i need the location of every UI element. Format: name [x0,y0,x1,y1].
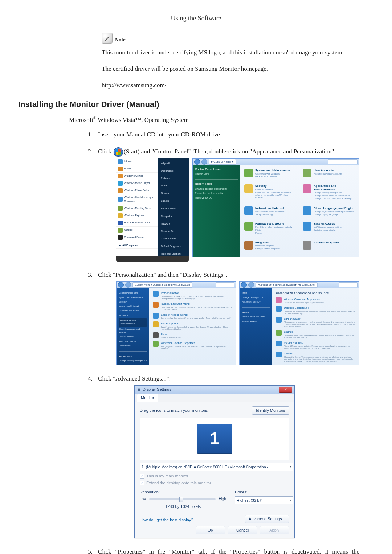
ok-button[interactable]: OK [196,526,225,534]
start-menu-right-item[interactable]: Recent Items [160,205,187,213]
start-menu-right-item[interactable]: Music [160,182,187,190]
cancel-button[interactable]: Cancel [228,526,257,534]
panel-b-item[interactable]: Mouse PointersPick a different mouse poi… [276,341,355,349]
sidebar-recent-item[interactable]: Change desktop background [195,187,238,191]
sidebar-recent-item[interactable]: Remove an OS [195,196,238,200]
sidebar-classic-view[interactable]: Classic View [195,172,238,176]
note-icon [102,33,113,44]
close-button[interactable]: ✕ [279,387,292,393]
control-panel-category[interactable]: Network and InternetView network status … [244,206,296,218]
panel-b-toolbar: Appearance and Personalization ▸ Persona… [240,282,359,288]
panel-a-sidebar-item[interactable]: Classic View [119,344,147,348]
all-programs-item[interactable]: ▸ All Programs [116,242,158,249]
panel-a-item[interactable]: Windows Sidebar PropertiesAdd gadgets to… [153,341,232,350]
sidebar-see-also-head: See also [242,311,270,314]
control-panel-category[interactable]: User AccountsAdd or remove user accounts [303,169,355,181]
panel-a-sidebar-item[interactable]: Programs [119,314,147,317]
monitor-arrangement-area[interactable]: 1 [140,418,289,460]
panel-a-sidebar-item[interactable]: Security [119,300,147,304]
search-input[interactable] [339,282,358,287]
monitor-select[interactable]: 1. (Multiple Monitors) on NVIDIA GeForce… [140,463,293,471]
start-menu-right-item[interactable]: Help and Support [160,250,187,258]
control-panel-category[interactable]: Ease of AccessLet Windows suggest settin… [303,222,355,237]
start-menu-item[interactable]: Welcome Center [116,173,158,180]
identify-monitors-button[interactable]: Identify Monitors [252,406,289,415]
chevron-down-icon: ▾ [290,465,291,469]
panel-a-sidebar-item[interactable]: Hardware and Sound [119,309,147,312]
start-menu-right-item[interactable]: Search [160,197,187,205]
breadcrumb[interactable]: ▸ Control Panel ▸ [209,159,236,165]
colors-select[interactable]: Highest (32 bit)▾ [235,496,293,504]
panel-b-see-also-item[interactable]: Taskbar and Start Menu [242,315,270,319]
control-panel-category[interactable]: Hardware and SoundPlay CDs or other medi… [244,222,296,237]
start-menu-right-item[interactable]: willy-will [160,160,187,167]
control-panel-category[interactable]: ProgramsUninstall a programChange startu… [244,241,296,253]
start-menu-item[interactable]: Internet [116,158,158,165]
step-5: Click "Properties" in the "Monitor" tab.… [80,547,359,554]
start-menu-item[interactable]: E-mail [116,165,158,173]
resolution-slider[interactable]: Low High [140,496,226,502]
start-menu-right-item[interactable]: Documents [160,167,187,175]
breadcrumb[interactable]: Appearance and Personalization ▸ Persona… [256,282,318,288]
panel-a-recent-item[interactable]: Change desktop background [119,359,147,362]
sidebar-head: Control Panel Home [195,167,238,172]
start-menu-item[interactable]: Adobe Photoshop CS2 [116,219,158,227]
start-menu-item[interactable]: Notefile [116,227,158,234]
start-menu-item[interactable]: Windows Media Player [116,180,158,187]
back-button[interactable] [241,282,247,288]
start-menu-right-item[interactable]: Control Panel [160,235,187,243]
start-menu-item[interactable]: Windows Live Messenger Download [116,194,158,205]
control-panel-category[interactable]: System and MaintenanceGet started with W… [244,169,296,181]
start-menu-right-item[interactable]: Network [160,220,187,228]
panel-a-sidebar-item[interactable]: Clock, Language, and Region [119,328,147,335]
panel-b-item[interactable]: ThemeChange the theme. Themes can change… [276,352,355,362]
forward-button[interactable] [125,282,131,288]
panel-a-item[interactable]: FontsInstall or remove a font [153,332,232,339]
forward-button[interactable] [248,282,254,288]
panel-a-recent-item[interactable]: Pick color or other media [119,364,147,366]
start-menu-right-item[interactable]: Connect To [160,228,187,235]
panel-a-item[interactable]: Ease of Access CenterAccommodate low vis… [153,313,232,319]
panel-b-sidebar-item[interactable]: Change desktop icons [242,296,270,299]
start-menu-item[interactable]: Windows Photo Gallery [116,187,158,194]
panel-a-sidebar-item[interactable]: Appearance and Personalization [119,318,147,327]
section-title: Installing the Monitor Driver (Manual) [18,100,374,109]
panel-a-item[interactable]: Folder OptionsSpecify single- or double-… [153,321,232,330]
advanced-settings-button[interactable]: Advanced Settings... [245,515,289,523]
panel-a-sidebar-item[interactable]: Additional Options [119,340,147,343]
start-menu-right-item[interactable]: Pictures [160,175,187,182]
monitor-1-icon[interactable]: 1 [197,424,232,454]
panel-b-item[interactable]: Screen SaverChange your screen saver or … [276,317,355,328]
panel-a-sidebar-item[interactable]: System and Maintenance [119,296,147,299]
control-panel-category[interactable]: Clock, Language, and RegionChange keyboa… [303,206,355,218]
sidebar-recent-item[interactable]: Pick color or other media [195,192,238,196]
start-menu-item[interactable]: Command Prompt [116,234,158,241]
back-button[interactable] [118,282,124,288]
control-panel-category[interactable]: Appearance and PersonalizationChange des… [303,184,355,203]
start-menu-item[interactable]: Windows Explorer [116,212,158,219]
forward-button[interactable] [201,159,207,165]
panel-a-sidebar-item[interactable]: Ease of Access [119,335,147,338]
tab-monitor[interactable]: Monitor [137,394,158,402]
search-input[interactable] [216,282,234,287]
back-button[interactable] [194,159,200,165]
panel-a-item[interactable]: Taskbar and Start MenuCustomize the Star… [153,302,232,311]
panel-b-sidebar-item[interactable]: Adjust font size (DPI) [242,300,270,304]
panel-b-see-also-item[interactable]: Ease of Access [242,320,270,323]
panel-b-item[interactable]: SoundsChange which sounds are heard when… [276,330,355,338]
best-display-link[interactable]: How do I get the best display? [140,517,193,523]
panel-a-item[interactable]: PersonalizationChange desktop background… [153,291,232,300]
start-menu-right-item[interactable]: Computer [160,213,187,220]
panel-b-item[interactable]: Desktop BackgroundChoose from available … [276,306,355,315]
panel-b-item[interactable]: Display SettingsAdjust your monitor reso… [276,365,355,365]
control-panel-category[interactable]: Additional Options [303,241,355,253]
breadcrumb[interactable]: Control Panel ▸ Appearance and Personali… [132,282,192,288]
start-menu-item[interactable]: Windows Meeting Space [116,205,158,212]
panel-a-sidebar-item[interactable]: Network and Internet [119,305,147,308]
start-menu-right-item[interactable]: Games [160,190,187,197]
panel-a-sidebar-item[interactable]: Control Panel Home [119,291,147,295]
start-menu-right-item[interactable]: Default Programs [160,243,187,250]
search-input[interactable] [328,159,358,164]
panel-b-item[interactable]: Window Color and AppearanceFine tune the… [276,297,355,304]
control-panel-category[interactable]: SecurityCheck for updatesCheck this comp… [244,184,296,203]
